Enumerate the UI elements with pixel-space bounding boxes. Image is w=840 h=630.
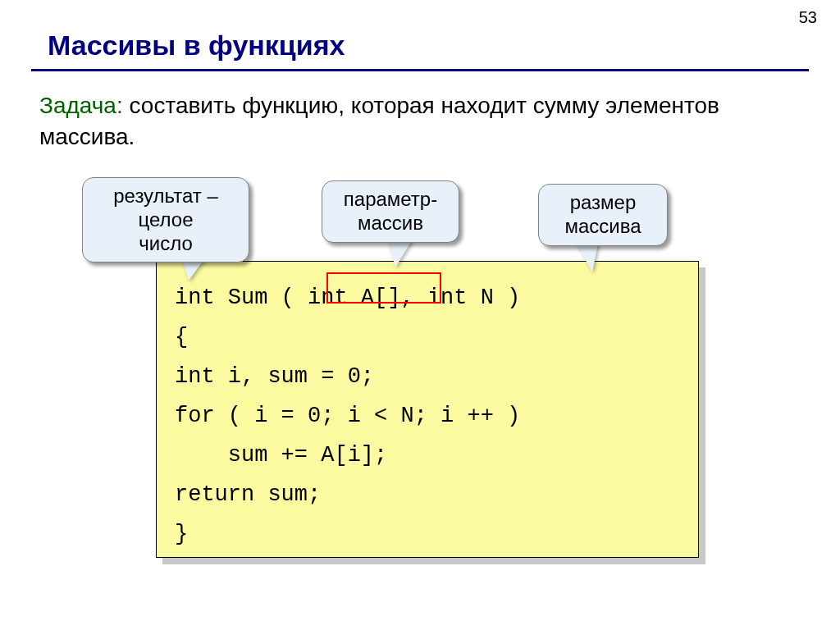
code-line: { bbox=[175, 325, 188, 349]
callout-array-size: размер массива bbox=[538, 184, 668, 246]
code-line: int Sum ( int A[], int N ) bbox=[175, 285, 520, 310]
callout-line: размер bbox=[550, 191, 655, 215]
callout-line: массива bbox=[550, 215, 655, 239]
code-block: int Sum ( int A[], int N ) { int i, sum … bbox=[156, 261, 699, 558]
callout-result-integer: результат – целое число bbox=[82, 177, 249, 262]
page-number: 53 bbox=[799, 8, 817, 27]
slide-title: Массивы в функциях bbox=[48, 30, 345, 62]
task-label: Задача: bbox=[39, 93, 123, 118]
title-underline bbox=[31, 69, 809, 71]
code-line: } bbox=[175, 522, 188, 546]
callout-line: целое bbox=[94, 208, 237, 232]
code-line: sum += A[i]; bbox=[175, 443, 387, 468]
task-description: Задача: составить функцию, которая наход… bbox=[39, 90, 794, 153]
callout-line: результат – bbox=[94, 185, 237, 208]
callout-line: число bbox=[94, 232, 237, 256]
callout-param-array: параметр- массив bbox=[322, 180, 459, 243]
callout-line: массив bbox=[334, 212, 447, 235]
code-line: int i, sum = 0; bbox=[175, 364, 374, 389]
code-line: for ( i = 0; i < N; i ++ ) bbox=[175, 404, 520, 428]
code-line: return sum; bbox=[175, 482, 321, 507]
callout-line: параметр- bbox=[334, 188, 447, 212]
task-text: составить функцию, которая находит сумму… bbox=[39, 93, 719, 149]
